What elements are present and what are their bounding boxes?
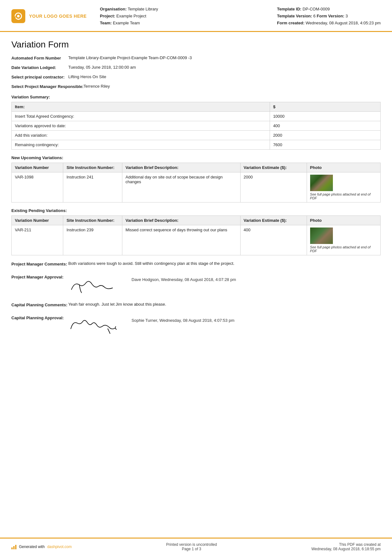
photo-thumbnail: [310, 228, 333, 244]
existing-variations-title: Existing Pending Variations:: [11, 208, 381, 213]
new-var-col3: Variation Brief Description:: [122, 163, 240, 172]
existing-variations-table: Variation Number Site Instruction Number…: [11, 215, 381, 255]
exist-var-estimate: 400: [240, 225, 307, 255]
photo-caption: See full page photos attached at end of …: [310, 192, 377, 200]
summary-item: Variations approved to date:: [12, 121, 270, 131]
date-variation-value: Tuesday, 05 June 2018, 12:00:00 am: [68, 65, 136, 70]
variation-summary-title: Variation Summary:: [11, 95, 381, 99]
form-created-line: Form created: Wednesday, 08 August 2018,…: [277, 20, 381, 27]
exist-var-col1: Variation Number: [12, 216, 63, 225]
form-version-label: Form Version:: [317, 14, 344, 18]
content: Variation Form Automated Form Number Tem…: [0, 32, 392, 440]
footer: Generated with dashpivot.com Printed ver…: [0, 538, 392, 555]
field-automated-form-number: Automated Form Number Template Library-E…: [11, 55, 381, 60]
team-value: Example Team: [113, 21, 140, 25]
table-row: VAR-1098 Instruction 241 Additional day …: [12, 172, 381, 203]
template-version-value: 6: [313, 14, 315, 18]
new-var-col1: Variation Number: [12, 163, 63, 172]
template-version-line: Template Version: 6 Form Version: 3: [277, 13, 381, 20]
new-var-number: VAR-1098: [12, 172, 63, 203]
form-title: Variation Form: [11, 40, 381, 50]
summary-value: 7600: [270, 140, 380, 150]
exist-var-col4: Variation Estimate ($):: [240, 216, 307, 225]
cp-signature-area: Sophie Turner, Wednesday, 08 August 2018…: [68, 315, 381, 336]
team-line: Team: Example Team: [100, 20, 277, 27]
cp-approval-content: Sophie Turner, Wednesday, 08 August 2018…: [68, 315, 381, 336]
logo-icon: [11, 9, 25, 23]
dashpivot-link[interactable]: dashpivot.com: [47, 545, 71, 549]
exist-var-number: VAR-211: [12, 225, 63, 255]
field-date-variation: Date Variation Lodged: Tuesday, 05 June …: [11, 65, 381, 70]
pm-comments-label: Project Manager Comments:: [11, 261, 68, 266]
svg-point-0: [17, 15, 20, 17]
pm-approval-meta: Dave Hodgson, Wednesday, 08 August 2018,…: [132, 274, 236, 282]
summary-value: 400: [270, 121, 380, 131]
cp-comments-content: Yeah fair enough. Just let Jim know abou…: [68, 302, 381, 309]
page-info: Page 1 of 3: [166, 547, 217, 551]
cp-comments-value: Yeah fair enough. Just let Jim know abou…: [68, 302, 381, 307]
form-created-label: Form created:: [277, 21, 304, 25]
summary-item: Add this variation:: [12, 131, 270, 140]
cp-approval-row: Capital Planning Approval: Sophie Turner…: [11, 315, 381, 336]
project-value: Example Project: [116, 14, 146, 18]
table-row: Add this variation:2000: [12, 131, 381, 140]
date-variation-label: Date Variation Lodged:: [11, 65, 68, 70]
team-label: Team:: [100, 21, 112, 25]
table-row: Variations approved to date:400: [12, 121, 381, 131]
pm-signature: [68, 274, 119, 296]
org-label: Organisation:: [100, 7, 127, 11]
template-id-line: Template ID: DP-COM-0009: [277, 6, 381, 13]
pm-signature-area: Dave Hodgson, Wednesday, 08 August 2018,…: [68, 274, 381, 296]
exist-var-col3: Variation Brief Description:: [122, 216, 240, 225]
new-variations-table: Variation Number Site Instruction Number…: [11, 163, 381, 203]
table-row: VAR-211 Instruction 239 Missed correct s…: [12, 225, 381, 255]
variation-summary-table: Item: $ Insert Total Agreed Contingency:…: [11, 102, 381, 150]
field-principal-contractor: Select principal contractor: Lifting Her…: [11, 74, 381, 79]
summary-col2: $: [270, 102, 380, 112]
new-var-col5: Photo: [307, 163, 380, 172]
project-line: Project: Example Project: [100, 13, 277, 20]
new-var-col2: Site Instruction Number:: [63, 163, 122, 172]
cp-approval-label: Capital Planning Approval:: [11, 315, 68, 320]
printed-version: Printed version is uncontrolled: [166, 542, 217, 547]
header-right: Template ID: DP-COM-0009 Template Versio…: [277, 6, 381, 27]
summary-item: Remaining contingency:: [12, 140, 270, 150]
pdf-created-date: Wednesday, 08 August 2018, 6:18:55 pm: [311, 547, 381, 551]
project-label: Project:: [100, 14, 115, 18]
exist-var-photo: See full page photos attached at end of …: [307, 225, 380, 255]
summary-item: Insert Total Agreed Contingency:: [12, 112, 270, 121]
template-id-value: DP-COM-0009: [303, 7, 330, 11]
new-var-photo: See full page photos attached at end of …: [307, 172, 380, 203]
automated-form-number-value: Template Library-Example Project-Example…: [68, 55, 192, 60]
exist-var-col5: Photo: [307, 216, 380, 225]
table-row: Remaining contingency:7600: [12, 140, 381, 150]
pm-approval-row: Project Manager Approval: Dave Hodgson, …: [11, 274, 381, 296]
cp-signature: [68, 315, 119, 336]
org-value: Template Library: [128, 7, 158, 11]
new-var-site-instruction: Instruction 241: [63, 172, 122, 203]
field-project-manager: Select Project Manager Responsible: Terr…: [11, 84, 381, 89]
header-meta: Organisation: Template Library Project: …: [100, 6, 277, 27]
pm-approval-content: Dave Hodgson, Wednesday, 08 August 2018,…: [68, 274, 381, 296]
generated-text: Generated with: [19, 545, 45, 549]
automated-form-number-label: Automated Form Number: [11, 55, 68, 60]
cp-comments-row: Capital Planning Comments: Yeah fair eno…: [11, 302, 381, 309]
exist-var-brief: Missed correct sequence of days throwing…: [122, 225, 240, 255]
pdf-created-label: This PDF was created at: [311, 542, 381, 547]
footer-right: This PDF was created at Wednesday, 08 Au…: [311, 542, 381, 551]
logo-text: YOUR LOGO GOES HERE: [29, 14, 87, 19]
photo-caption: See full page photos attached at end of …: [310, 245, 377, 253]
dashpivot-icon: [11, 544, 16, 549]
form-created-value: Wednesday, 08 August 2018, 4:05:23 pm: [306, 21, 381, 25]
summary-col1: Item:: [12, 102, 270, 112]
pm-approval-label: Project Manager Approval:: [11, 274, 68, 279]
summary-value: 10000: [270, 112, 380, 121]
template-version-label: Template Version:: [277, 14, 312, 18]
form-version-value: 3: [346, 14, 348, 18]
logo-area: YOUR LOGO GOES HERE: [11, 6, 87, 27]
pm-comments-row: Project Manager Comments: Both variation…: [11, 261, 381, 268]
new-variations-title: New Upcoming Variations:: [11, 155, 381, 160]
template-id-label: Template ID:: [277, 7, 301, 11]
project-manager-label: Select Project Manager Responsible:: [11, 84, 83, 89]
exist-var-col2: Site Instruction Number:: [63, 216, 122, 225]
